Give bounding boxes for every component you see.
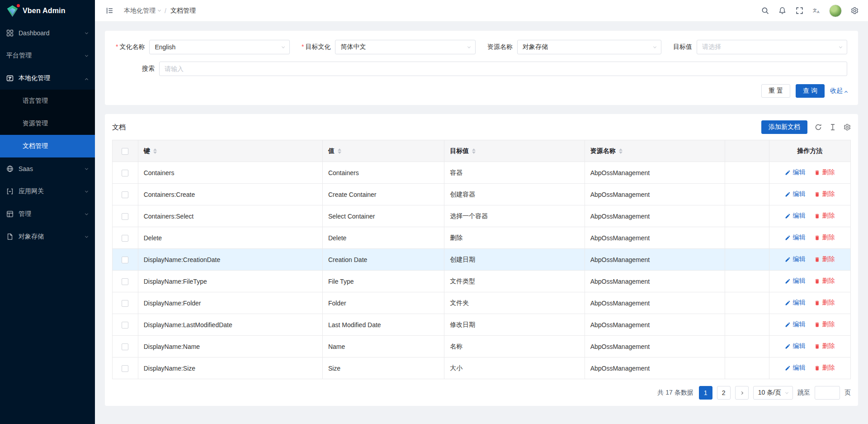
cell-resource-name: AbpOssManagement (585, 205, 725, 227)
delete-button[interactable]: 删除 (814, 320, 835, 329)
translate-icon[interactable]: 文A (809, 4, 824, 18)
column-header-resource-name[interactable]: 资源名称 (585, 140, 725, 162)
cell-resource-name: AbpOssManagement (585, 184, 725, 205)
chevron-down-icon (839, 45, 842, 48)
edit-button[interactable]: 编辑 (785, 320, 805, 329)
page-size-select[interactable]: 10 条/页 (753, 386, 793, 400)
table-row: DisplayName:LastModifiedDateLast Modifie… (113, 314, 851, 336)
add-document-button[interactable]: 添加新文档 (761, 120, 807, 134)
edit-button[interactable]: 编辑 (785, 342, 805, 350)
target-value-select[interactable]: 请选择 (697, 40, 847, 54)
resource-name-select[interactable]: 对象存储 (517, 40, 661, 54)
column-header-target-value[interactable]: 目标值 (444, 140, 585, 162)
delete-button[interactable]: 删除 (814, 190, 835, 198)
edit-button[interactable]: 编辑 (785, 233, 805, 242)
table-settings-gear-icon[interactable] (844, 124, 851, 131)
row-checkbox[interactable] (122, 322, 128, 329)
cell-resource-name: AbpOssManagement (585, 271, 725, 292)
select-all-checkbox[interactable] (122, 148, 128, 155)
delete-button[interactable]: 删除 (814, 212, 835, 220)
edit-button[interactable]: 编辑 (785, 364, 805, 372)
sidebar-item-localization[interactable]: 本地化管理 (0, 67, 95, 90)
page-button-1[interactable]: 1 (699, 386, 712, 400)
jump-page-input[interactable] (815, 386, 840, 400)
row-checkbox[interactable] (122, 278, 128, 285)
search-input[interactable] (159, 62, 847, 76)
cell-key: DisplayName:LastModifiedDate (138, 314, 322, 336)
settings-gear-icon[interactable] (847, 4, 862, 18)
chevron-down-icon (85, 31, 88, 34)
sidebar-item-platform[interactable]: 平台管理 (0, 44, 95, 67)
svg-text:A: A (817, 10, 820, 14)
trash-icon (814, 257, 820, 262)
collapse-link[interactable]: 收起 (830, 87, 847, 95)
sort-icon (338, 148, 341, 154)
delete-button[interactable]: 删除 (814, 299, 835, 307)
notification-bell-icon[interactable] (775, 4, 789, 18)
sidebar-item-dashboard[interactable]: Dashboard (0, 22, 95, 44)
delete-button[interactable]: 删除 (814, 233, 835, 242)
sidebar-item-document-management[interactable]: 文档管理 (0, 135, 95, 157)
sidebar-item-language-management[interactable]: 语言管理 (0, 90, 95, 112)
next-page-button[interactable] (735, 386, 749, 400)
filter-actions: 重 置 查 询 收起 (116, 84, 847, 98)
cell-target-value: 文件夹 (444, 292, 585, 314)
cell-target-value: 文件类型 (444, 271, 585, 292)
total-count-label: 共 17 条数据 (657, 389, 693, 397)
edit-button[interactable]: 编辑 (785, 277, 805, 285)
chevron-down-icon (467, 45, 471, 48)
delete-button[interactable]: 删除 (814, 342, 835, 350)
cell-value: Last Modified Date (322, 314, 444, 336)
sidebar-item-admin[interactable]: 管理 (0, 203, 95, 225)
required-asterisk: * (302, 43, 304, 50)
edit-button[interactable]: 编辑 (785, 255, 805, 263)
query-button[interactable]: 查 询 (796, 84, 825, 98)
breadcrumb-item-parent[interactable]: 本地化管理 (124, 7, 160, 15)
search-icon[interactable] (758, 4, 772, 18)
cell-target-value: 创建容器 (444, 184, 585, 205)
cell-value: Select Container (322, 205, 444, 227)
sidebar-item-resource-management[interactable]: 资源管理 (0, 112, 95, 135)
edit-button[interactable]: 编辑 (785, 168, 805, 176)
logo[interactable]: Vben Admin (0, 0, 95, 22)
row-checkbox[interactable] (122, 235, 128, 242)
edit-button[interactable]: 编辑 (785, 190, 805, 198)
row-checkbox[interactable] (122, 257, 128, 263)
cell-empty (725, 271, 769, 292)
sidebar-item-object-storage[interactable]: 对象存储 (0, 225, 95, 248)
edit-button[interactable]: 编辑 (785, 299, 805, 307)
row-checkbox[interactable] (122, 170, 128, 176)
delete-button[interactable]: 删除 (814, 255, 835, 263)
reset-button[interactable]: 重 置 (761, 84, 790, 98)
edit-button[interactable]: 编辑 (785, 212, 805, 220)
row-checkbox[interactable] (122, 300, 128, 307)
column-header-key[interactable]: 键 (138, 140, 322, 162)
cell-target-value: 删除 (444, 227, 585, 249)
cell-empty (725, 249, 769, 271)
sidebar-item-saas[interactable]: Saas (0, 157, 95, 180)
chevron-right-icon (740, 391, 743, 394)
target-culture-select[interactable]: 简体中文 (335, 40, 476, 54)
delete-button[interactable]: 删除 (814, 168, 835, 176)
delete-button[interactable]: 删除 (814, 277, 835, 285)
culture-name-select[interactable]: English (149, 40, 290, 54)
user-avatar[interactable] (829, 5, 842, 17)
row-checkbox[interactable] (122, 191, 128, 198)
page-button-2[interactable]: 2 (717, 386, 731, 400)
cell-resource-name: AbpOssManagement (585, 336, 725, 357)
notification-dot (17, 4, 20, 7)
delete-button[interactable]: 删除 (814, 364, 835, 372)
sidebar-item-gateway[interactable]: 应用网关 (0, 180, 95, 203)
row-checkbox[interactable] (122, 213, 128, 220)
cell-empty (725, 314, 769, 336)
fullscreen-icon[interactable] (792, 4, 807, 18)
table-toolbar: 文档 添加新文档 (112, 120, 851, 134)
filter-search-row: 搜索 (116, 62, 847, 76)
column-header-value[interactable]: 值 (322, 140, 444, 162)
column-height-icon[interactable] (829, 124, 836, 131)
column-header-empty (725, 140, 769, 162)
menu-fold-icon[interactable] (102, 4, 117, 18)
refresh-icon[interactable] (815, 124, 822, 131)
row-checkbox[interactable] (122, 365, 128, 372)
row-checkbox[interactable] (122, 343, 128, 350)
